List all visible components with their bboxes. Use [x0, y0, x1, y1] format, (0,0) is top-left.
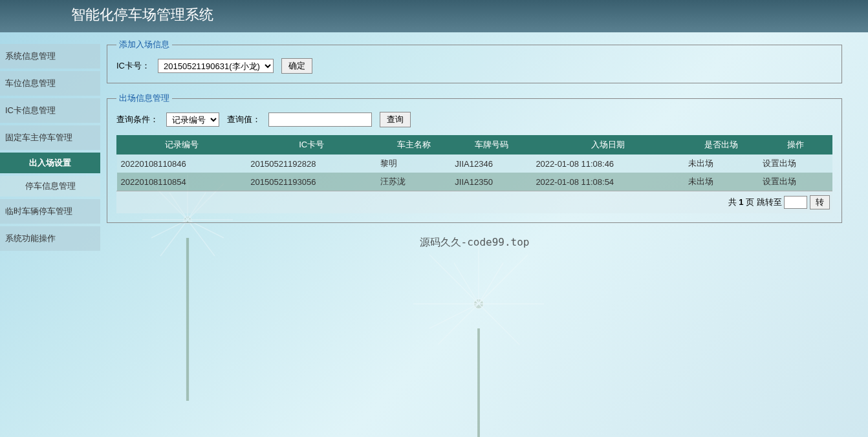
pagination-jump-input[interactable] [784, 196, 807, 209]
query-condition-select[interactable]: 记录编号 [166, 112, 219, 127]
set-exit-link[interactable]: 设置出场 [763, 176, 796, 186]
exit-manage-legend: 出场信息管理 [116, 92, 172, 104]
col-entry-date: 入场日期 [532, 136, 684, 155]
sidebar-item-system-info[interactable]: 系统信息管理 [0, 44, 100, 69]
ic-card-label: IC卡号： [116, 60, 150, 72]
cell-ic: 20150521192828 [246, 155, 376, 173]
col-action: 操作 [759, 136, 832, 155]
svg-line-24 [429, 304, 479, 328]
sidebar-item-temp-vehicle[interactable]: 临时车辆停车管理 [0, 199, 100, 224]
ic-card-select[interactable]: 20150521190631(李小龙) [158, 59, 274, 73]
table-row: 20220108110846 20150521192828 黎明 JIIA123… [117, 155, 832, 173]
add-entry-fieldset: 添加入场信息 IC卡号： 20150521190631(李小龙) 确定 [107, 39, 842, 83]
sidebar-item-entry-exit-setting[interactable]: 出入场设置 [0, 153, 100, 173]
svg-line-19 [438, 304, 479, 345]
svg-point-14 [473, 299, 483, 308]
cell-plate: JIIA12346 [451, 155, 532, 173]
col-ic: IC卡号 [246, 136, 376, 155]
svg-line-22 [454, 263, 479, 304]
col-exited: 是否出场 [684, 136, 759, 155]
set-exit-link[interactable]: 设置出场 [763, 158, 796, 168]
cell-entry-date: 2022-01-08 11:08:54 [532, 173, 684, 191]
watermark-text: 源码久久-code99.top [107, 236, 842, 250]
cell-entry-date: 2022-01-08 11:08:46 [532, 155, 684, 173]
cell-owner: 黎明 [376, 155, 451, 173]
cell-owner: 汪苏泷 [376, 173, 451, 191]
table-row: 20220108110854 20150521193056 汪苏泷 JIIA12… [117, 173, 832, 191]
query-condition-label: 查询条件： [116, 114, 158, 125]
pagination: 共 1 页 跳转至 转 [116, 191, 832, 213]
page-title: 智能化停车场管理系统 [0, 0, 868, 32]
svg-line-16 [479, 255, 528, 304]
cell-exited: 未出场 [684, 155, 759, 173]
sidebar-item-fixed-owner[interactable]: 固定车主停车管理 [0, 125, 100, 150]
sidebar-item-system-ops[interactable]: 系统功能操作 [0, 226, 100, 251]
exit-manage-fieldset: 出场信息管理 查询条件： 记录编号 查询值： 查询 记录编号 IC卡号 车主名称… [107, 92, 842, 223]
cell-record-no: 20220108110846 [117, 155, 247, 173]
sidebar-item-parking-spot[interactable]: 车位信息管理 [0, 71, 100, 96]
pagination-total-prefix: 共 [728, 197, 739, 207]
col-record-no: 记录编号 [117, 136, 247, 155]
svg-line-23 [479, 263, 503, 304]
records-table: 记录编号 IC卡号 车主名称 车牌号码 入场日期 是否出场 操作 2022010… [116, 135, 832, 191]
svg-line-15 [429, 255, 479, 304]
cell-record-no: 20220108110854 [117, 173, 247, 191]
pagination-go-button[interactable]: 转 [810, 195, 830, 209]
sidebar-item-parking-info[interactable]: 停车信息管理 [0, 176, 100, 197]
query-value-input[interactable] [268, 112, 372, 127]
svg-line-20 [479, 304, 519, 345]
col-plate: 车牌号码 [451, 136, 532, 155]
pagination-total-suffix: 页 跳转至 [744, 197, 785, 207]
confirm-button[interactable]: 确定 [281, 58, 312, 74]
cell-plate: JIIA12350 [451, 173, 532, 191]
pagination-total-pages: 1 [739, 197, 743, 207]
add-entry-legend: 添加入场信息 [116, 39, 172, 50]
query-button[interactable]: 查询 [380, 112, 411, 127]
sidebar-item-ic-card[interactable]: IC卡信息管理 [0, 98, 100, 123]
query-value-label: 查询值： [227, 114, 261, 125]
cell-ic: 20150521193056 [246, 173, 376, 191]
cell-exited: 未出场 [684, 173, 759, 191]
col-owner: 车主名称 [376, 136, 451, 155]
sidebar: 系统信息管理 车位信息管理 IC卡信息管理 固定车主停车管理 出入场设置 停车信… [0, 32, 100, 256]
